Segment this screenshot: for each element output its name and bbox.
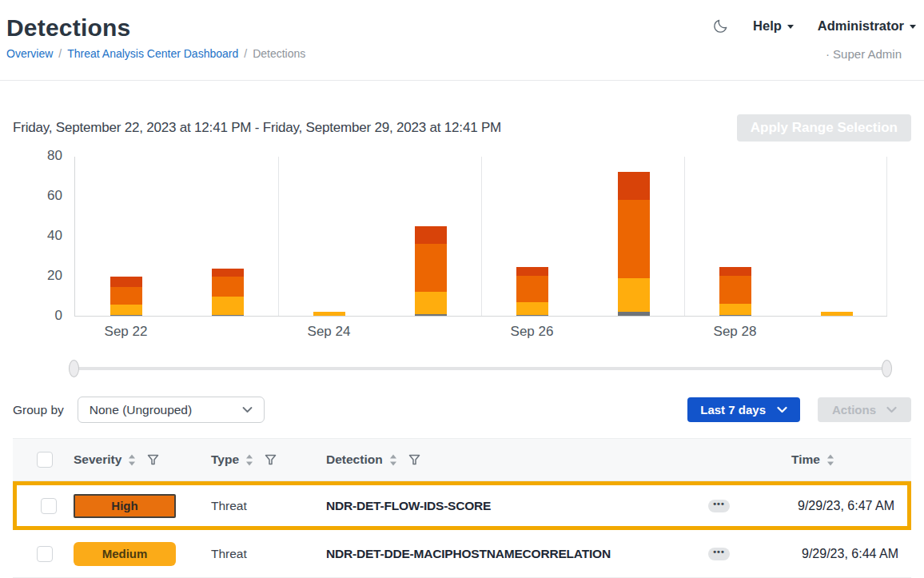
detections-table: Severity Type Detection Time bbox=[13, 438, 911, 578]
time-range-button[interactable]: Last 7 days bbox=[687, 397, 800, 422]
ellipsis-icon: ••• bbox=[713, 500, 725, 508]
time-range-label: Last 7 days bbox=[700, 403, 766, 417]
sort-icon[interactable] bbox=[826, 454, 834, 466]
controls-row: Group by None (Ungrouped) Last 7 days Ac… bbox=[13, 397, 911, 423]
breadcrumb-tac-dashboard[interactable]: Threat Analysis Center Dashboard bbox=[67, 47, 238, 60]
breadcrumb-current: Detections bbox=[253, 47, 305, 60]
bar-segment-gray bbox=[618, 312, 650, 316]
slider-handle-start[interactable] bbox=[69, 360, 79, 377]
column-label: Time bbox=[791, 452, 820, 467]
bar-segment-amber bbox=[212, 297, 244, 315]
row-checkbox[interactable] bbox=[37, 546, 53, 562]
chart-slot-sep-28 bbox=[684, 157, 786, 316]
group-by-label: Group by bbox=[13, 403, 64, 417]
bar-segment-amber bbox=[110, 305, 142, 315]
chart-slot-sep-25 bbox=[380, 157, 481, 316]
chart-slot-sep-22 bbox=[75, 157, 177, 316]
sort-icon[interactable] bbox=[128, 454, 136, 466]
bar-segment-amber bbox=[313, 312, 345, 316]
bar-segment-gray bbox=[212, 315, 244, 316]
chevron-down-icon bbox=[886, 406, 897, 413]
table-row[interactable]: Medium Threat NDR-DET-DDE-MACIPHOSTNAMEC… bbox=[13, 530, 911, 578]
bar-segment-orange bbox=[618, 200, 650, 278]
ellipsis-icon: ••• bbox=[713, 548, 725, 556]
stacked-bar-sep-23[interactable] bbox=[212, 269, 244, 316]
row-menu-button[interactable]: ••• bbox=[708, 548, 730, 560]
chart-range-slider bbox=[69, 360, 892, 377]
bar-segment-gray bbox=[110, 315, 142, 316]
gridline bbox=[481, 157, 482, 316]
column-label: Type bbox=[211, 452, 239, 467]
table-header-row: Severity Type Detection Time bbox=[13, 438, 911, 481]
bar-segment-orange bbox=[719, 276, 751, 304]
breadcrumb: Overview/Threat Analysis Center Dashboar… bbox=[6, 47, 916, 60]
slider-track[interactable] bbox=[74, 367, 887, 370]
stacked-bar-sep-25[interactable] bbox=[415, 226, 447, 317]
y-axis-tick: 60 bbox=[13, 188, 62, 204]
column-label: Severity bbox=[74, 452, 121, 467]
bar-segment-orange bbox=[516, 276, 548, 302]
type-cell: Threat bbox=[211, 547, 326, 561]
user-menu-label: Administrator bbox=[818, 18, 904, 34]
breadcrumb-separator: / bbox=[244, 47, 247, 60]
type-cell: Threat bbox=[211, 499, 326, 513]
gridline bbox=[278, 157, 279, 316]
slider-handle-end[interactable] bbox=[882, 360, 892, 377]
chevron-down-icon bbox=[787, 25, 794, 29]
filter-icon[interactable] bbox=[265, 454, 277, 465]
date-range-row: Friday, September 22, 2023 at 12:41 PM -… bbox=[13, 114, 911, 142]
sort-icon[interactable] bbox=[245, 454, 253, 466]
bar-segment-red-orange bbox=[110, 277, 142, 287]
stacked-bar-sep-26[interactable] bbox=[516, 267, 548, 316]
x-axis-tick: Sep 26 bbox=[511, 324, 554, 340]
chart-slot-sep-27 bbox=[583, 157, 684, 316]
x-axis-tick: Sep 28 bbox=[714, 324, 757, 340]
stacked-bar-sep-28[interactable] bbox=[719, 267, 751, 316]
filter-icon[interactable] bbox=[408, 454, 420, 465]
chart-slot-sep-23 bbox=[177, 157, 278, 316]
severity-badge: Medium bbox=[74, 542, 176, 566]
actions-label: Actions bbox=[832, 403, 876, 417]
chart-slot-sep-24 bbox=[278, 157, 380, 316]
app-header: Detections Overview/Threat Analysis Cent… bbox=[0, 0, 924, 81]
bar-segment-orange bbox=[110, 287, 142, 305]
stacked-bar-sep-27[interactable] bbox=[618, 172, 650, 316]
bar-segment-red-orange bbox=[212, 269, 244, 277]
detections-chart: 80 60 40 20 0 Sep 22 Sep 24 Sep 26 Sep 2… bbox=[13, 157, 911, 342]
bar-segment-gray bbox=[415, 314, 447, 317]
severity-badge: High bbox=[74, 494, 176, 518]
user-menu[interactable]: Administrator bbox=[818, 18, 916, 34]
user-role-label: · Super Admin bbox=[826, 47, 902, 61]
header-menu: Help Administrator bbox=[712, 18, 916, 34]
bar-segment-red-orange bbox=[415, 226, 447, 245]
bar-segment-amber bbox=[415, 292, 447, 314]
gridline bbox=[886, 157, 887, 316]
chart-slot-sep-26 bbox=[481, 157, 583, 316]
sort-icon[interactable] bbox=[389, 454, 397, 466]
bar-segment-gray bbox=[719, 315, 751, 316]
chevron-down-icon bbox=[242, 406, 253, 413]
filter-icon[interactable] bbox=[147, 454, 159, 465]
row-checkbox[interactable] bbox=[41, 498, 57, 514]
row-menu-button[interactable]: ••• bbox=[708, 500, 730, 512]
stacked-bar-sep-29[interactable] bbox=[821, 312, 853, 316]
detection-cell: NDR-DET-FLOW-IDS-SCORE bbox=[326, 499, 708, 513]
stacked-bar-sep-24[interactable] bbox=[313, 312, 345, 316]
apply-range-selection-button[interactable]: Apply Range Selection bbox=[737, 114, 911, 142]
dark-mode-moon-icon[interactable] bbox=[712, 18, 729, 34]
bar-segment-orange bbox=[415, 244, 447, 292]
actions-button[interactable]: Actions bbox=[818, 397, 911, 422]
x-axis-tick: Sep 24 bbox=[308, 324, 351, 340]
chevron-down-icon bbox=[777, 406, 787, 413]
time-cell: 9/29/23, 6:44 AM bbox=[759, 547, 911, 561]
stacked-bar-sep-22[interactable] bbox=[110, 277, 142, 316]
group-by-select[interactable]: None (Ungrouped) bbox=[78, 397, 265, 423]
table-row[interactable]: High Threat NDR-DET-FLOW-IDS-SCORE ••• 9… bbox=[13, 481, 911, 530]
column-header-detection: Detection bbox=[326, 452, 708, 467]
chart-slot-sep-29 bbox=[786, 157, 887, 316]
main-content: Friday, September 22, 2023 at 12:41 PM -… bbox=[0, 114, 924, 578]
breadcrumb-overview[interactable]: Overview bbox=[6, 47, 53, 60]
help-menu[interactable]: Help bbox=[753, 18, 794, 34]
select-all-checkbox[interactable] bbox=[37, 452, 53, 468]
detection-cell: NDR-DET-DDE-MACIPHOSTNAMECORRELATION bbox=[326, 547, 708, 561]
